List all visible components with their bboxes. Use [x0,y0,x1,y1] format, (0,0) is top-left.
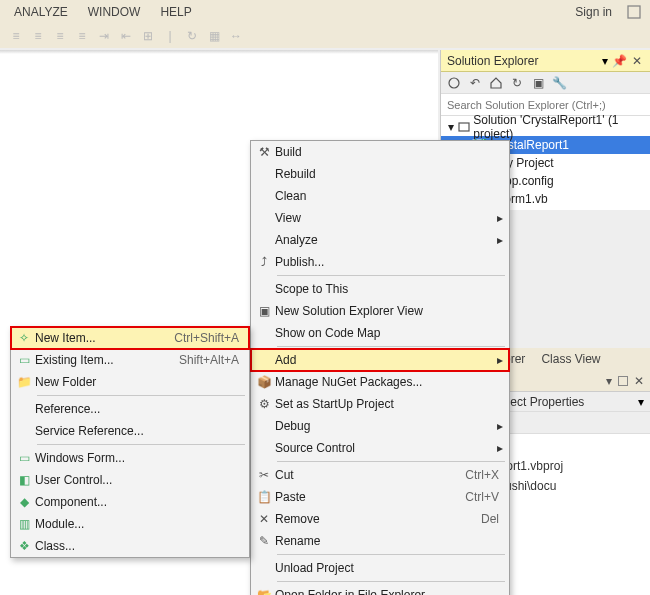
expander-icon[interactable]: ▾ [445,120,456,134]
menuitem-rename[interactable]: ✎Rename [251,530,509,552]
collapse-icon[interactable]: ▣ [529,74,547,92]
home2-icon[interactable] [487,74,505,92]
menuitem-remove[interactable]: ✕RemoveDel [251,508,509,530]
build-icon: ⚒ [253,145,275,159]
arrows-icon: ↔ [228,28,244,44]
sync-icon[interactable]: ↻ [508,74,526,92]
menu-analyze[interactable]: ANALYZE [4,2,78,22]
outdent-icon: ⇤ [118,28,134,44]
menuitem-module[interactable]: ▥Module... [11,513,249,535]
gear-icon: ⚙ [253,397,275,411]
menuitem-windows-form[interactable]: ▭Windows Form... [11,447,249,469]
dropdown-icon[interactable]: ▾ [606,374,612,388]
menuitem-debug[interactable]: Debug▸ [251,415,509,437]
menuitem-scope[interactable]: Scope to This [251,278,509,300]
form-icon: ▭ [13,451,35,465]
svg-point-1 [449,78,459,88]
tab-class-view[interactable]: Class View [533,349,608,369]
chevron-down-icon[interactable]: ▾ [638,395,644,409]
solution-explorer-title-bar[interactable]: Solution Explorer ▾ 📌 ✕ [441,50,650,72]
menuitem-view[interactable]: View▸ [251,207,509,229]
menuitem-nuget[interactable]: 📦Manage NuGet Packages... [251,371,509,393]
solution-explorer-toolbar: ↶ ↻ ▣ 🔧 [441,72,650,94]
submenu-arrow-icon: ▸ [493,353,503,367]
back-icon[interactable]: ↶ [466,74,484,92]
folder-open-icon: 📂 [253,588,275,595]
submenu-arrow-icon: ▸ [493,441,503,455]
menuitem-unload[interactable]: Unload Project [251,557,509,579]
menuitem-add[interactable]: Add▸ [251,349,509,371]
add-submenu: ✧New Item...Ctrl+Shift+A ▭Existing Item.… [10,326,250,558]
submenu-arrow-icon: ▸ [493,211,503,225]
dropdown-icon[interactable]: ▾ [602,54,608,68]
menuitem-component[interactable]: ◆Component... [11,491,249,513]
menu-separator [37,444,245,445]
paste-icon: 📋 [253,490,275,504]
menuitem-new-sol-view[interactable]: ▣New Solution Explorer View [251,300,509,322]
module-icon: ▥ [13,517,35,531]
existing-item-icon: ▭ [13,353,35,367]
user-control-icon: ◧ [13,473,35,487]
menuitem-new-item[interactable]: ✧New Item...Ctrl+Shift+A [11,327,249,349]
menuitem-reference[interactable]: Reference... [11,398,249,420]
svg-rect-2 [459,123,469,131]
close-icon[interactable]: ✕ [634,374,644,388]
account-icon[interactable] [622,0,646,24]
sign-in-link[interactable]: Sign in [565,2,622,22]
publish-icon: ⤴ [253,255,275,269]
search-input[interactable] [447,99,644,111]
window-icon: ▣ [253,304,275,318]
menuitem-cut[interactable]: ✂CutCtrl+X [251,464,509,486]
table-icon: ▦ [206,28,222,44]
pin-icon[interactable]: 📌 [612,54,626,68]
menu-separator [277,581,505,582]
solution-node[interactable]: ▾ Solution 'CrystalReport1' (1 project) [441,118,650,136]
menuitem-code-map[interactable]: Show on Code Map [251,322,509,344]
menuitem-source-control[interactable]: Source Control▸ [251,437,509,459]
menuitem-service-reference[interactable]: Service Reference... [11,420,249,442]
menuitem-user-control[interactable]: ◧User Control... [11,469,249,491]
refresh-icon: ↻ [184,28,200,44]
nuget-icon: 📦 [253,375,275,389]
menu-separator [277,346,505,347]
menuitem-publish[interactable]: ⤴Publish... [251,251,509,273]
menuitem-paste[interactable]: 📋PasteCtrl+V [251,486,509,508]
align-center-icon: ≡ [30,28,46,44]
folder-icon: 📁 [13,375,35,389]
menu-separator [277,275,505,276]
solution-explorer-title: Solution Explorer [447,54,602,68]
menu-separator [277,554,505,555]
component-icon: ◆ [13,495,35,509]
align-left-icon: ≡ [8,28,24,44]
menuitem-analyze[interactable]: Analyze▸ [251,229,509,251]
svg-rect-0 [628,6,640,18]
menuitem-existing-item[interactable]: ▭Existing Item...Shift+Alt+A [11,349,249,371]
pin-icon[interactable] [618,376,628,386]
indent-icon: ⇥ [96,28,112,44]
submenu-arrow-icon: ▸ [493,419,503,433]
menuitem-class[interactable]: ❖Class... [11,535,249,557]
menu-bar: ANALYZE WINDOW HELP Sign in [0,0,650,24]
menu-window[interactable]: WINDOW [78,2,151,22]
menuitem-rebuild[interactable]: Rebuild [251,163,509,185]
formatting-toolbar: ≡ ≡ ≡ ≡ ⇥ ⇤ ⊞ | ↻ ▦ ↔ [0,24,650,48]
home-icon[interactable] [445,74,463,92]
menuitem-open-folder[interactable]: 📂Open Folder in File Explorer [251,584,509,595]
menu-help[interactable]: HELP [150,2,201,22]
tab-icon: ⊞ [140,28,156,44]
menuitem-new-folder[interactable]: 📁New Folder [11,371,249,393]
class-icon: ❖ [13,539,35,553]
remove-icon: ✕ [253,512,275,526]
menu-separator [37,395,245,396]
menu-separator [277,461,505,462]
menuitem-startup[interactable]: ⚙Set as StartUp Project [251,393,509,415]
new-item-icon: ✧ [13,331,35,345]
project-context-menu: ⚒Build Rebuild Clean View▸ Analyze▸ ⤴Pub… [250,140,510,595]
submenu-arrow-icon: ▸ [493,233,503,247]
object-kind: Project Properties [489,395,638,409]
menuitem-clean[interactable]: Clean [251,185,509,207]
divider-icon: | [162,28,178,44]
properties-icon[interactable]: 🔧 [550,74,568,92]
close-icon[interactable]: ✕ [630,54,644,68]
menuitem-build[interactable]: ⚒Build [251,141,509,163]
